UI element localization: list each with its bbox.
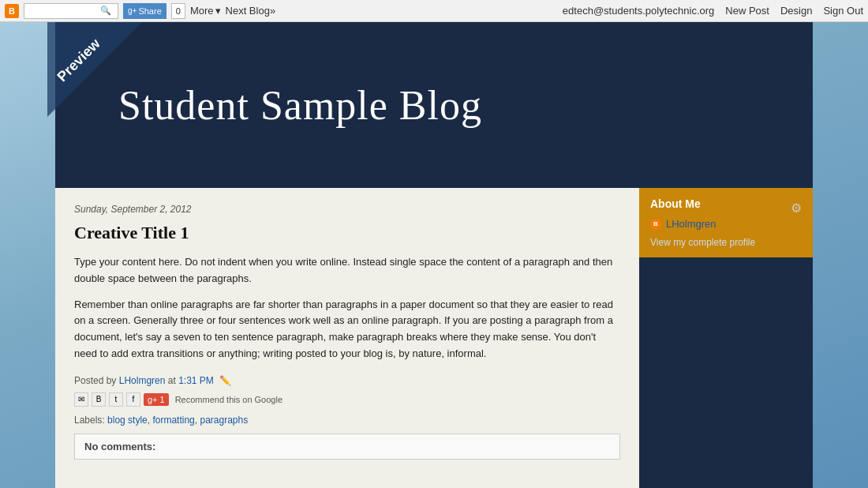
design-link[interactable]: Design: [780, 5, 812, 17]
label-blog-style[interactable]: blog style: [107, 415, 148, 426]
gplus-icon-label: g+: [148, 395, 158, 404]
post-title: Creative Title 1: [74, 223, 620, 243]
more-button[interactable]: More ▾: [190, 5, 221, 17]
about-me-title: About Me: [650, 197, 701, 210]
label-formatting[interactable]: formatting: [152, 415, 194, 426]
no-comments: No comments:: [74, 434, 620, 460]
time-link[interactable]: 1:31 PM: [178, 375, 214, 386]
user-email: edtech@students.polytechnic.org: [563, 5, 714, 17]
search-input[interactable]: [28, 6, 99, 17]
author-link[interactable]: LHolmgren: [119, 375, 166, 386]
more-chevron-icon: ▾: [215, 5, 221, 17]
posted-by-label: Posted by: [74, 375, 116, 386]
post-labels: Labels: blog style, formatting, paragrap…: [74, 415, 620, 426]
about-me-widget: About Me ⚙ B LHolmgren View my complete …: [639, 188, 813, 257]
gplus-icon: g+: [128, 6, 137, 15]
share-count: 0: [171, 3, 185, 19]
edit-icon[interactable]: ✏️: [219, 375, 231, 386]
blog-wrapper: Preview Student Sample Blog Sunday, Sept…: [0, 22, 868, 488]
sidebar: About Me ⚙ B LHolmgren View my complete …: [639, 188, 813, 488]
wrench-icon[interactable]: ⚙: [791, 201, 802, 216]
blog-title: Student Sample Blog: [118, 82, 482, 129]
view-profile-link[interactable]: View my complete profile: [650, 237, 755, 248]
recommend-text: Recommend this on Google: [175, 395, 282, 404]
preview-ribbon: Preview: [47, 22, 142, 117]
post-body: Type your content here. Do not indent wh…: [74, 254, 620, 362]
main-content: Sunday, September 2, 2012 Creative Title…: [55, 188, 639, 488]
content-area: Sunday, September 2, 2012 Creative Title…: [55, 188, 813, 488]
share-button[interactable]: g+ Share: [123, 3, 166, 19]
twitter-share-icon[interactable]: t: [109, 392, 123, 407]
post-paragraph-2: Remember than online paragraphs are far …: [74, 297, 620, 362]
at-label: at: [168, 375, 176, 386]
share-icons-row: ✉ B t f g+ 1 Recommend this on Google: [74, 392, 620, 407]
blogger-profile-dot: B: [650, 219, 661, 230]
gplus-count: 1: [160, 395, 165, 404]
post-date: Sunday, September 2, 2012: [74, 204, 620, 215]
preview-ribbon-text: Preview: [47, 27, 113, 95]
blog-share-icon[interactable]: B: [92, 392, 106, 407]
gplus-share-button[interactable]: g+ 1: [144, 393, 169, 406]
share-label: Share: [138, 6, 161, 16]
next-blog-link[interactable]: Next Blog»: [226, 5, 276, 17]
search-icon: 🔍: [100, 6, 111, 16]
new-post-link[interactable]: New Post: [725, 5, 769, 17]
search-box[interactable]: 🔍: [24, 3, 118, 19]
right-nav: edtech@students.polytechnic.org New Post…: [563, 5, 863, 17]
sign-out-link[interactable]: Sign Out: [823, 5, 863, 17]
facebook-share-icon[interactable]: f: [126, 392, 140, 407]
topbar: B 🔍 g+ Share 0 More ▾ Next Blog» edtech@…: [0, 0, 868, 22]
labels-label: Labels:: [74, 415, 105, 426]
label-paragraphs[interactable]: paragraphs: [200, 415, 248, 426]
post-footer: Posted by LHolmgren at 1:31 PM ✏️: [74, 375, 620, 386]
blog-header: Student Sample Blog: [55, 22, 813, 188]
post-paragraph-1: Type your content here. Do not indent wh…: [74, 254, 620, 287]
sidebar-profile: B LHolmgren: [650, 218, 802, 230]
email-share-icon[interactable]: ✉: [74, 392, 88, 407]
blogger-logo: B: [5, 4, 19, 18]
sidebar-profile-name[interactable]: LHolmgren: [666, 218, 716, 230]
